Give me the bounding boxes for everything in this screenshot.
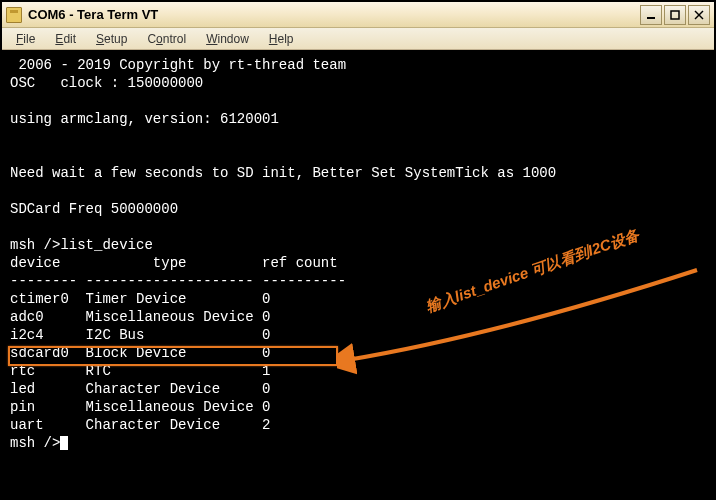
- menu-edit[interactable]: Edit: [45, 30, 86, 48]
- close-button[interactable]: [688, 5, 710, 25]
- svg-rect-1: [671, 11, 679, 19]
- menu-window[interactable]: Window: [196, 30, 259, 48]
- maximize-button[interactable]: [664, 5, 686, 25]
- menu-setup[interactable]: Setup: [86, 30, 137, 48]
- titlebar[interactable]: COM6 - Tera Term VT: [2, 2, 714, 28]
- app-icon: [6, 7, 22, 23]
- menu-help[interactable]: Help: [259, 30, 304, 48]
- window-buttons: [640, 5, 710, 25]
- menubar: File Edit Setup Control Window Help: [2, 28, 714, 50]
- minimize-button[interactable]: [640, 5, 662, 25]
- terminal-content: 2006 - 2019 Copyright by rt-thread team …: [2, 50, 714, 458]
- menu-control[interactable]: Control: [137, 30, 196, 48]
- window-title: COM6 - Tera Term VT: [28, 7, 640, 22]
- cursor: [60, 436, 68, 450]
- menu-file[interactable]: File: [6, 30, 45, 48]
- terminal[interactable]: 2006 - 2019 Copyright by rt-thread team …: [2, 50, 714, 498]
